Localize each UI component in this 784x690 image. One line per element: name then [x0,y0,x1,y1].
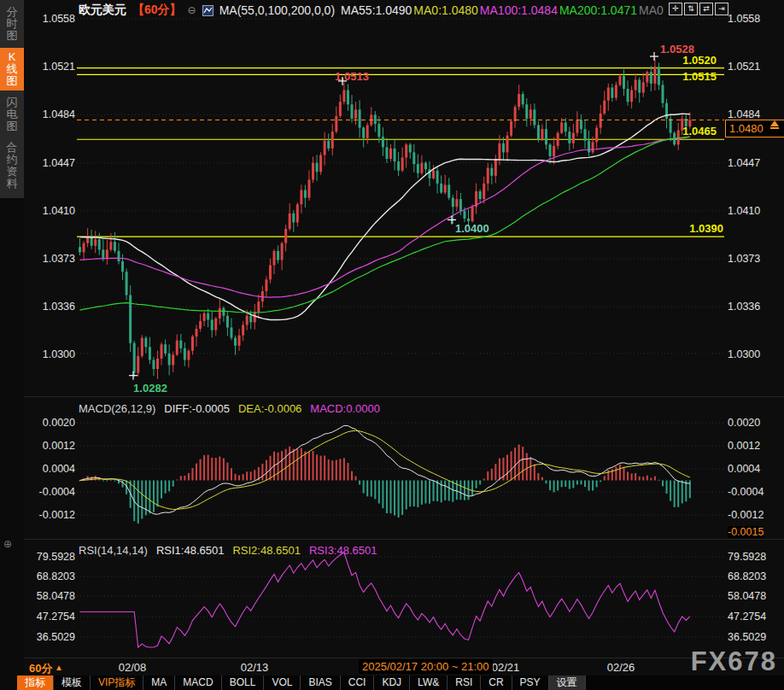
macd-axis-left-0.0012: 0.0012 [26,440,75,452]
chart-header: 欧元美元 【60分】 ⊖ MA(55,0,100,200,0,0) MA55:1… [79,3,665,18]
date-label-02/08: 02/08 [113,661,152,674]
indicator-toolbar: 指标模板VIP指标MAMACDBOLLVOLBIASCCIKDJLW&RSICR… [17,675,784,690]
toolbar-item-设置[interactable]: 设置 [549,675,586,690]
date-label-02/13: 02/13 [235,661,274,674]
toolbar-item-LW&[interactable]: LW& [410,675,448,690]
symbol-name: 欧元美元 [79,3,126,18]
rsi-axis-right-36.5029: 36.5029 [728,631,777,643]
ma-values: MA55:1.0490MA0:1.0480MA100:1.0484MA200:1… [341,3,665,17]
rsi1-value: RSI1:48.6501 [156,544,225,557]
svg-text:1.0282: 1.0282 [133,382,167,395]
svg-text:1.0465: 1.0465 [682,125,717,137]
price-axis-left-1.0336: 1.0336 [26,301,75,313]
sidebar-tab-合约资料[interactable]: 合约资料 [0,138,24,193]
toolbar-item-VIP指标[interactable]: VIP指标 [91,675,143,690]
macd-axis-left--0.0012: -0.0012 [26,509,75,521]
toolbar-item-BIAS[interactable]: BIAS [301,675,340,690]
toolbar-item-CR[interactable]: CR [481,675,512,690]
macd-axis-right-0.0012: 0.0012 [728,440,777,452]
svg-text:1.0390: 1.0390 [689,222,723,235]
sidebar-tab-K线图[interactable]: K线图 [0,48,24,91]
chart-window-controls: ✛⇅⇄⇥ [669,3,728,15]
ma-settings-label: MA(55,0,100,200,0,0) [219,3,335,17]
macd-current-value: -0.0015 [728,526,764,538]
macd-axis-right-0.0004: 0.0004 [728,463,777,475]
crosshair-icon[interactable]: ✛ [669,3,682,15]
candlestick-chart[interactable]: 1.05131.05281.05201.05151.04651.03901.04… [77,7,724,395]
rsi-params: RSI(14,14,14) [79,544,148,557]
rsi-axis-right-47.2754: 47.2754 [728,611,777,623]
price-axis-right-1.0373: 1.0373 [728,253,777,265]
timeframe-up-icon[interactable]: ▲ [55,663,63,672]
macd-header: MACD(26,12,9) DIFF:-0.0005 DEA:-0.0006 M… [79,402,380,415]
toolbar-item-VOL[interactable]: VOL [264,675,301,690]
sidebar-tab-闪电图[interactable]: 闪电图 [0,93,24,136]
timeframe-label[interactable]: 60分 [29,661,52,676]
toolbar-item-KDJ[interactable]: KDJ [374,675,410,690]
rsi-axis-right-58.0478: 58.0478 [728,590,777,602]
ma-value-1: MA0:1.0480 [413,3,478,17]
ma-value-0: MA55:1.0490 [341,3,412,17]
price-axis-left-1.0558: 1.0558 [26,13,75,25]
rsi-chart[interactable] [77,551,724,658]
sidebar-tab-分时图[interactable]: 分时图 [0,3,24,45]
ma-value-2: MA100:1.0484 [480,3,558,17]
toolbar-item-模板[interactable]: 模板 [54,675,91,690]
price-axis-right-1.0484: 1.0484 [728,108,777,120]
panel-divider [24,658,784,658]
panel-divider [24,396,784,397]
svg-text:1.0400: 1.0400 [455,222,489,235]
macd-axis-right--0.0012: -0.0012 [728,509,777,521]
toolbar-item-MACD[interactable]: MACD [175,675,221,690]
rsi-axis-right-79.5928: 79.5928 [728,551,777,563]
rsi2-value: RSI2:48.6501 [232,544,301,557]
rsi-axis-left-68.8203: 68.8203 [26,570,75,582]
ma-value-4: MA0 [639,3,664,17]
price-axis-left-1.0300: 1.0300 [26,348,75,360]
macd-dea-value: DEA:-0.0006 [238,402,301,415]
watermark: FX678 [691,646,777,677]
toolbar-item-RSI[interactable]: RSI [448,675,481,690]
price-axis-right-1.0521: 1.0521 [728,61,777,73]
ma-value-3: MA200:1.0471 [559,3,637,17]
toolbar-item-PSY[interactable]: PSY [512,675,549,690]
price-axis-left-1.0447: 1.0447 [26,157,75,169]
macd-axis-left--0.0004: -0.0004 [26,486,75,498]
toolbar-item-BOLL[interactable]: BOLL [222,675,265,690]
rsi-header: RSI(14,14,14) RSI1:48.6501 RSI2:48.6501 … [79,544,377,557]
price-up-arrow-icon [769,120,780,129]
panel-link-icon[interactable]: ⊕ [3,538,12,550]
rsi-axis-right-68.8203: 68.8203 [728,570,777,582]
price-axis-right-1.0300: 1.0300 [728,348,777,360]
price-axis-left-1.0373: 1.0373 [26,253,75,265]
rsi-axis-left-79.5928: 79.5928 [26,551,75,563]
current-price-value: 1.0480 [729,122,764,135]
trading-app: 分时图K线图闪电图合约资料 欧元美元 【60分】 ⊖ MA(55,0,100,2… [0,0,784,690]
scale-vertical-icon[interactable]: ⇅ [684,3,698,15]
rsi3-value: RSI3:48.6501 [309,544,377,557]
panel-divider [24,539,784,540]
macd-axis-right-0.0020: 0.0020 [728,417,777,429]
price-axis-right-1.0336: 1.0336 [728,301,777,313]
toolbar-item-CCI[interactable]: CCI [341,675,375,690]
toolbar-item-MA[interactable]: MA [143,675,175,690]
pan-right-icon[interactable]: ⇥ [715,3,728,15]
date-label-02/26: 02/26 [601,661,641,674]
macd-diff-value: DIFF:-0.0005 [164,402,230,415]
svg-text:1.0520: 1.0520 [682,54,717,67]
crosshair-time-tooltip: 2025/02/17 20:00 ~ 21:00 [359,659,493,674]
macd-axis-right--0.0004: -0.0004 [728,486,777,498]
period-label: 【60分】 [132,3,182,18]
indicator-icon[interactable] [202,5,214,16]
price-axis-right-1.0410: 1.0410 [728,205,777,217]
macd-axis-left-0.0020: 0.0020 [26,417,75,429]
scale-horizontal-icon[interactable]: ⇄ [699,3,713,15]
toolbar-item-指标[interactable]: 指标 [17,675,54,690]
sidebar-tab-list: 分时图K线图闪电图合约资料 [0,0,24,198]
collapse-icon[interactable]: ⊖ [188,4,196,16]
macd-chart[interactable] [77,400,724,538]
rsi-axis-left-58.0478: 58.0478 [26,590,75,602]
price-axis-left-1.0410: 1.0410 [26,205,75,217]
sidebar: 分时图K线图闪电图合约资料 [0,0,24,690]
price-axis-left-1.0521: 1.0521 [26,61,75,73]
